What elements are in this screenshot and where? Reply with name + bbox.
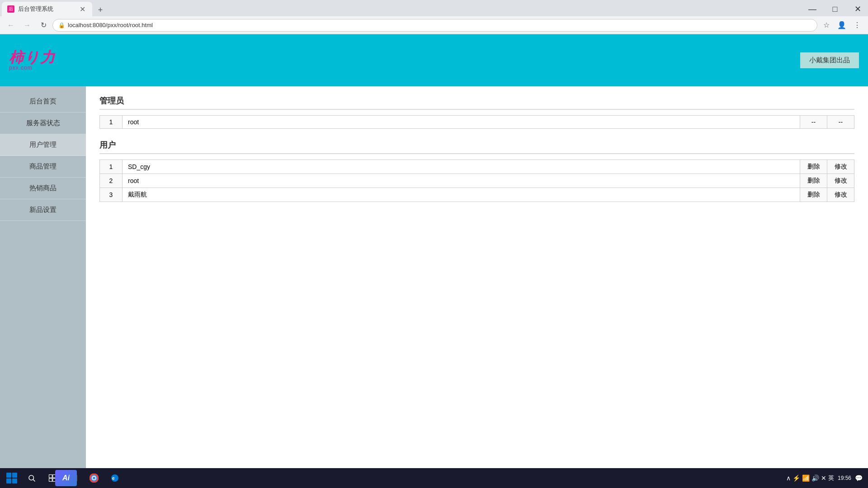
admin-row-col1: -- <box>800 116 827 129</box>
admin-table: 1 root -- -- <box>99 115 854 129</box>
user-row1-num: 1 <box>100 160 123 174</box>
wifi-icon[interactable]: 📶 <box>802 474 810 482</box>
user-row3-edit[interactable]: 修改 <box>827 188 854 202</box>
taskbar-search[interactable] <box>22 469 42 487</box>
admin-row-name: root <box>123 116 800 129</box>
table-row: 1 root -- -- <box>100 116 854 129</box>
user-section-title: 用户 <box>99 140 854 154</box>
lock-icon: 🔒 <box>58 22 65 28</box>
user-row3-num: 3 <box>100 188 123 202</box>
tab-favicon: 后 <box>7 5 14 13</box>
start-button[interactable] <box>2 469 22 487</box>
user-row2-name: root <box>123 174 800 188</box>
taskbar: e Ai ∧ ⚡ 📶 🔊 ✕ 英 19:56 💬 <box>0 468 868 488</box>
address-bar[interactable]: 🔒 localhost:8080/pxx/root/root.html <box>52 19 817 32</box>
lang-indicator[interactable]: 英 <box>828 474 834 482</box>
svg-rect-2 <box>49 475 52 478</box>
user-row2-num: 2 <box>100 174 123 188</box>
svg-point-9 <box>93 477 95 479</box>
more-button[interactable]: ⋮ <box>850 18 864 33</box>
user-row2-edit[interactable]: 修改 <box>827 174 854 188</box>
search-icon <box>26 473 37 483</box>
forward-button[interactable]: → <box>20 18 34 33</box>
brand-text: 小戴集团出品 <box>800 52 859 68</box>
table-row: 1 SD_cgy 删除 修改 <box>100 160 854 174</box>
admin-row-num: 1 <box>100 116 123 129</box>
logo-main: 柿り力 <box>9 50 56 65</box>
logo-area: 柿り力 pxx.com <box>9 50 56 71</box>
sidebar-item-products[interactable]: 商品管理 <box>0 156 86 178</box>
maximize-button[interactable]: □ <box>825 2 845 16</box>
back-button[interactable]: ← <box>4 18 18 33</box>
user-row2-delete[interactable]: 删除 <box>800 174 827 188</box>
taskbar-right: ∧ ⚡ 📶 🔊 ✕ 英 19:56 💬 <box>786 474 866 482</box>
taskbar-items: e <box>22 469 786 487</box>
sidebar-item-bestsellers[interactable]: 热销商品 <box>0 178 86 199</box>
svg-point-0 <box>29 475 34 480</box>
main-layout: 后台首页 服务器状态 用户管理 商品管理 热销商品 新品设置 管理员 1 roo… <box>0 86 868 468</box>
toolbar-icons: ☆ 👤 ⋮ <box>819 18 864 33</box>
cross-icon: ✕ <box>821 474 826 482</box>
sidebar-item-dashboard[interactable]: 后台首页 <box>0 91 86 113</box>
taskbar-edge[interactable]: e <box>105 469 125 487</box>
volume-icon[interactable]: 🔊 <box>811 474 819 482</box>
table-row: 3 戴雨航 删除 修改 <box>100 188 854 202</box>
user-row1-delete[interactable]: 删除 <box>800 160 827 174</box>
ai-button[interactable]: Ai <box>55 470 77 486</box>
svg-text:e: e <box>112 476 115 481</box>
refresh-button[interactable]: ↻ <box>36 18 51 33</box>
notification-icon[interactable]: 💬 <box>855 474 863 482</box>
user-row3-name: 戴雨航 <box>123 188 800 202</box>
sidebar: 后台首页 服务器状态 用户管理 商品管理 热销商品 新品设置 <box>0 86 86 468</box>
admin-section-title: 管理员 <box>99 95 854 110</box>
edge-icon: e <box>109 473 120 483</box>
sidebar-item-new-products[interactable]: 新品设置 <box>0 199 86 221</box>
tab-close-button[interactable]: ✕ <box>78 5 87 14</box>
taskbar-chrome[interactable] <box>84 469 104 487</box>
battery-icon[interactable]: ⚡ <box>793 474 800 482</box>
main-content: 管理员 1 root -- -- 用户 1 SD_cgy <box>86 86 868 468</box>
chrome-icon <box>89 473 99 483</box>
tab-title: 后台管理系统 <box>18 5 53 13</box>
sidebar-item-server[interactable]: 服务器状态 <box>0 113 86 134</box>
sidebar-item-users[interactable]: 用户管理 <box>0 134 86 156</box>
url-text: localhost:8080/pxx/root/root.html <box>68 22 811 28</box>
admin-row-col2: -- <box>827 116 854 129</box>
site-header: 柿り力 pxx.com 小戴集团出品 <box>0 34 868 86</box>
user-row3-delete[interactable]: 删除 <box>800 188 827 202</box>
close-button[interactable]: ✕ <box>847 2 868 16</box>
minimize-button[interactable]: — <box>802 2 823 16</box>
table-row: 2 root 删除 修改 <box>100 174 854 188</box>
ai-label: Ai <box>62 474 70 482</box>
chevron-up-icon[interactable]: ∧ <box>786 474 791 482</box>
address-bar-row: ← → ↻ 🔒 localhost:8080/pxx/root/root.htm… <box>0 16 868 34</box>
profile-button[interactable]: 👤 <box>835 18 849 33</box>
svg-rect-4 <box>49 479 52 482</box>
svg-line-1 <box>33 479 35 481</box>
user-row1-name: SD_cgy <box>123 160 800 174</box>
new-tab-button[interactable]: + <box>94 4 107 16</box>
taskbar-clock[interactable]: 19:56 <box>838 474 851 482</box>
browser-tab[interactable]: 后 后台管理系统 ✕ <box>2 2 92 16</box>
system-tray: ∧ ⚡ 📶 🔊 ✕ 英 <box>786 474 834 482</box>
user-row1-edit[interactable]: 修改 <box>827 160 854 174</box>
bookmark-button[interactable]: ☆ <box>819 18 834 33</box>
windows-logo <box>6 473 17 483</box>
clock-time: 19:56 <box>838 474 851 482</box>
logo-sub: pxx.com <box>9 65 33 71</box>
user-table: 1 SD_cgy 删除 修改 2 root 删除 修改 3 戴雨航 删除 <box>99 160 854 202</box>
